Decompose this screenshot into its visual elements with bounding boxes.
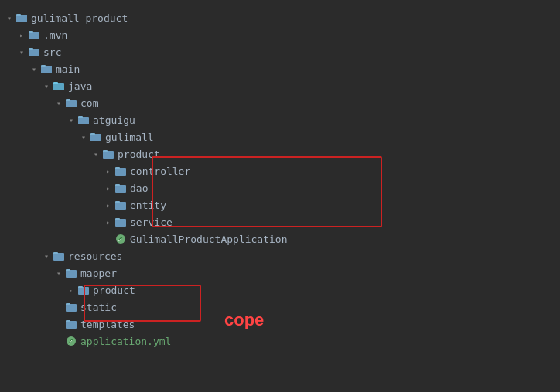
folder-icon-mapper xyxy=(65,267,77,279)
tree-item-static[interactable]: static xyxy=(0,298,560,315)
svg-rect-30 xyxy=(66,269,70,271)
folder-icon-main xyxy=(40,63,53,75)
folder-icon-static xyxy=(65,301,77,313)
arrow-main[interactable] xyxy=(28,63,40,75)
folder-icon-atguigu xyxy=(77,114,90,126)
folder-icon-entity xyxy=(114,199,127,211)
tree-item-controller[interactable]: controller xyxy=(0,162,560,179)
label-root: gulimall-product xyxy=(31,12,128,24)
arrow-atguigu[interactable] xyxy=(65,114,77,126)
tree-item-mapper[interactable]: mapper xyxy=(0,264,560,281)
folder-icon-product2 xyxy=(77,284,90,296)
tree-item-mvn[interactable]: .mvn xyxy=(0,26,560,43)
svg-rect-13 xyxy=(78,116,83,118)
tree-item-root[interactable]: gulimall-product xyxy=(0,9,560,26)
svg-rect-15 xyxy=(90,133,95,135)
tree-item-atguigu[interactable]: atguigu xyxy=(0,111,560,128)
tree-item-com[interactable]: com xyxy=(0,94,560,111)
label-com: com xyxy=(80,97,98,109)
svg-rect-28 xyxy=(53,252,58,254)
arrow-root[interactable] xyxy=(3,12,15,24)
label-yaml: application.yml xyxy=(80,336,171,347)
folder-icon-com xyxy=(65,97,77,109)
folder-icon-root xyxy=(15,12,28,24)
folder-icon-controller xyxy=(114,165,127,177)
arrow-service[interactable] xyxy=(102,216,114,228)
label-mvn: .mvn xyxy=(43,29,67,41)
label-service: service xyxy=(130,216,172,228)
arrow-gulimall[interactable] xyxy=(77,131,90,143)
tree-item-java[interactable]: java xyxy=(0,77,560,94)
folder-icon-java xyxy=(53,80,65,92)
arrow-entity[interactable] xyxy=(102,199,114,211)
arrow-com[interactable] xyxy=(53,97,65,109)
svg-rect-36 xyxy=(66,320,70,322)
svg-rect-1 xyxy=(16,14,21,16)
label-product2: product xyxy=(93,285,135,296)
label-mapper: mapper xyxy=(80,268,117,279)
yaml-spring-icon xyxy=(65,335,77,347)
tree-item-main[interactable]: main xyxy=(0,60,560,77)
svg-rect-5 xyxy=(29,48,33,50)
svg-rect-34 xyxy=(66,303,70,305)
svg-rect-25 xyxy=(115,218,120,220)
arrow-product2[interactable] xyxy=(65,284,77,296)
folder-icon-service xyxy=(114,216,127,228)
folder-icon-templates xyxy=(65,318,77,330)
arrow-src[interactable] xyxy=(15,46,28,58)
svg-rect-7 xyxy=(41,65,46,67)
folder-icon-dao xyxy=(114,182,127,194)
label-controller: controller xyxy=(130,165,190,177)
tree-item-gulimall[interactable]: gulimall xyxy=(0,128,560,145)
arrow-controller[interactable] xyxy=(102,165,114,177)
folder-icon-product xyxy=(102,148,114,160)
label-entity: entity xyxy=(130,199,166,211)
label-resources: resources xyxy=(68,251,122,262)
tree-item-templates[interactable]: templates xyxy=(0,315,560,332)
tree-item-entity[interactable]: entity xyxy=(0,196,560,213)
tree-item-dao[interactable]: dao xyxy=(0,179,560,196)
arrow-mvn[interactable] xyxy=(15,29,28,41)
svg-rect-9 xyxy=(53,82,58,84)
label-atguigu: atguigu xyxy=(93,114,135,126)
arrow-java[interactable] xyxy=(40,80,53,92)
tree-item-yaml[interactable]: application.yml xyxy=(0,332,560,349)
svg-rect-23 xyxy=(115,201,120,203)
folder-icon-resources xyxy=(53,250,65,262)
svg-rect-19 xyxy=(115,167,120,169)
label-main: main xyxy=(56,63,80,75)
label-static: static xyxy=(80,302,117,313)
arrow-dao[interactable] xyxy=(102,182,114,194)
folder-icon-src xyxy=(28,46,40,58)
label-product: product xyxy=(118,148,160,160)
tree-item-service[interactable]: service xyxy=(0,213,560,230)
tree-item-product2[interactable]: product xyxy=(0,281,560,298)
arrow-mapper[interactable] xyxy=(53,267,65,279)
spring-icon xyxy=(114,233,127,245)
arrow-product[interactable] xyxy=(90,148,102,160)
svg-rect-11 xyxy=(66,99,70,101)
label-gulimall: gulimall xyxy=(105,131,154,143)
tree-item-src[interactable]: src xyxy=(0,43,560,60)
tree-item-application[interactable]: GulimallProductApplication xyxy=(0,230,560,247)
folder-icon-gulimall xyxy=(90,131,102,143)
label-src: src xyxy=(43,46,61,58)
svg-rect-32 xyxy=(78,286,83,288)
svg-rect-17 xyxy=(103,150,108,152)
tree-item-product[interactable]: product xyxy=(0,145,560,162)
svg-rect-21 xyxy=(115,184,120,186)
folder-icon-mvn xyxy=(28,29,40,41)
label-dao: dao xyxy=(130,182,148,194)
arrow-resources[interactable] xyxy=(40,250,53,262)
tree-item-resources[interactable]: resources xyxy=(0,247,560,264)
label-java: java xyxy=(68,80,92,92)
svg-rect-3 xyxy=(29,31,33,33)
file-tree: cope gulimall-product .mvn xyxy=(0,6,560,353)
label-application: GulimallProductApplication xyxy=(130,233,288,245)
label-templates: templates xyxy=(80,319,135,330)
